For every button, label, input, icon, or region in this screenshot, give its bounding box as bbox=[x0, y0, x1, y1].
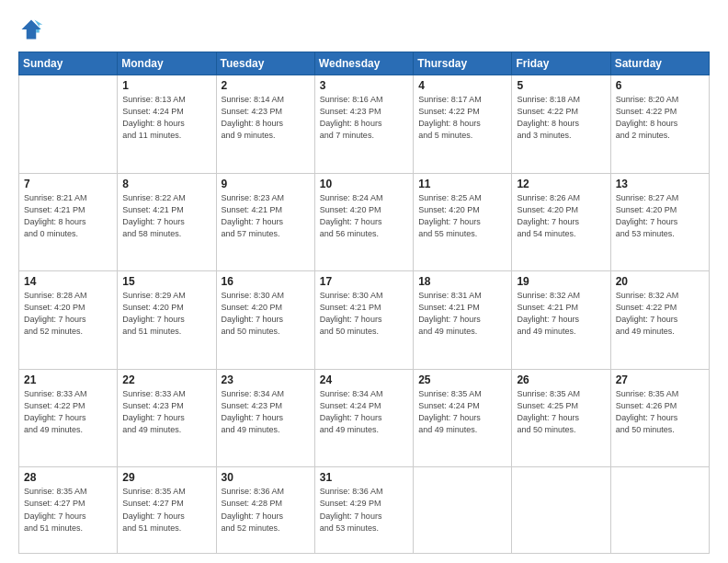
calendar-cell: 10Sunrise: 8:24 AM Sunset: 4:20 PM Dayli… bbox=[314, 173, 413, 271]
calendar-cell bbox=[414, 467, 512, 554]
weekday-header-tuesday: Tuesday bbox=[216, 52, 314, 75]
calendar-cell: 2Sunrise: 8:14 AM Sunset: 4:23 PM Daylig… bbox=[216, 75, 314, 174]
day-number: 20 bbox=[616, 275, 704, 288]
calendar-cell: 28Sunrise: 8:35 AM Sunset: 4:27 PM Dayli… bbox=[19, 467, 118, 554]
day-info: Sunrise: 8:25 AM Sunset: 4:20 PM Dayligh… bbox=[418, 192, 506, 240]
day-info: Sunrise: 8:36 AM Sunset: 4:29 PM Dayligh… bbox=[320, 486, 408, 534]
calendar-cell: 22Sunrise: 8:33 AM Sunset: 4:23 PM Dayli… bbox=[118, 369, 216, 467]
calendar-week-4: 21Sunrise: 8:33 AM Sunset: 4:22 PM Dayli… bbox=[19, 369, 710, 467]
weekday-header-wednesday: Wednesday bbox=[314, 52, 413, 75]
calendar-cell: 5Sunrise: 8:18 AM Sunset: 4:22 PM Daylig… bbox=[512, 75, 610, 174]
calendar-cell: 19Sunrise: 8:32 AM Sunset: 4:21 PM Dayli… bbox=[512, 271, 610, 370]
calendar-cell: 13Sunrise: 8:27 AM Sunset: 4:20 PM Dayli… bbox=[610, 173, 709, 271]
weekday-header-monday: Monday bbox=[118, 52, 216, 75]
day-info: Sunrise: 8:17 AM Sunset: 4:22 PM Dayligh… bbox=[418, 94, 506, 142]
day-number: 12 bbox=[517, 178, 605, 190]
calendar-week-5: 28Sunrise: 8:35 AM Sunset: 4:27 PM Dayli… bbox=[19, 467, 710, 554]
calendar-cell: 7Sunrise: 8:21 AM Sunset: 4:21 PM Daylig… bbox=[19, 173, 118, 271]
weekday-header-friday: Friday bbox=[512, 52, 610, 75]
calendar-cell: 26Sunrise: 8:35 AM Sunset: 4:25 PM Dayli… bbox=[512, 369, 610, 467]
day-number: 17 bbox=[320, 275, 408, 288]
calendar-cell: 29Sunrise: 8:35 AM Sunset: 4:27 PM Dayli… bbox=[118, 467, 216, 554]
calendar-cell bbox=[512, 467, 610, 554]
day-number: 2 bbox=[222, 79, 310, 92]
day-number: 23 bbox=[222, 373, 310, 386]
day-info: Sunrise: 8:33 AM Sunset: 4:23 PM Dayligh… bbox=[122, 388, 210, 436]
day-number: 9 bbox=[222, 178, 310, 190]
calendar-cell: 31Sunrise: 8:36 AM Sunset: 4:29 PM Dayli… bbox=[314, 467, 413, 554]
day-number: 30 bbox=[222, 471, 310, 484]
day-info: Sunrise: 8:35 AM Sunset: 4:24 PM Dayligh… bbox=[418, 388, 506, 436]
day-info: Sunrise: 8:33 AM Sunset: 4:22 PM Dayligh… bbox=[24, 388, 112, 436]
calendar-cell: 9Sunrise: 8:23 AM Sunset: 4:21 PM Daylig… bbox=[216, 173, 314, 271]
calendar-cell: 30Sunrise: 8:36 AM Sunset: 4:28 PM Dayli… bbox=[216, 467, 314, 554]
day-number: 31 bbox=[320, 471, 408, 484]
calendar-cell: 17Sunrise: 8:30 AM Sunset: 4:21 PM Dayli… bbox=[314, 271, 413, 370]
weekday-header-row: SundayMondayTuesdayWednesdayThursdayFrid… bbox=[19, 52, 710, 75]
logo bbox=[18, 17, 48, 42]
calendar-cell: 1Sunrise: 8:13 AM Sunset: 4:24 PM Daylig… bbox=[118, 75, 216, 174]
day-info: Sunrise: 8:35 AM Sunset: 4:26 PM Dayligh… bbox=[616, 388, 704, 436]
day-info: Sunrise: 8:30 AM Sunset: 4:21 PM Dayligh… bbox=[320, 290, 408, 338]
day-info: Sunrise: 8:32 AM Sunset: 4:22 PM Dayligh… bbox=[616, 290, 704, 338]
calendar-cell bbox=[19, 75, 118, 174]
day-number: 1 bbox=[122, 79, 210, 92]
day-info: Sunrise: 8:36 AM Sunset: 4:28 PM Dayligh… bbox=[222, 486, 310, 534]
weekday-header-thursday: Thursday bbox=[414, 52, 512, 75]
calendar-cell bbox=[610, 467, 709, 554]
calendar-cell: 16Sunrise: 8:30 AM Sunset: 4:20 PM Dayli… bbox=[216, 271, 314, 370]
day-info: Sunrise: 8:14 AM Sunset: 4:23 PM Dayligh… bbox=[222, 94, 310, 142]
calendar-cell: 15Sunrise: 8:29 AM Sunset: 4:20 PM Dayli… bbox=[118, 271, 216, 370]
day-info: Sunrise: 8:24 AM Sunset: 4:20 PM Dayligh… bbox=[320, 192, 408, 240]
calendar-table: SundayMondayTuesdayWednesdayThursdayFrid… bbox=[18, 52, 710, 554]
weekday-header-saturday: Saturday bbox=[610, 52, 709, 75]
day-number: 10 bbox=[320, 178, 408, 190]
day-info: Sunrise: 8:35 AM Sunset: 4:27 PM Dayligh… bbox=[122, 486, 210, 534]
calendar-cell: 20Sunrise: 8:32 AM Sunset: 4:22 PM Dayli… bbox=[610, 271, 709, 370]
day-number: 19 bbox=[517, 275, 605, 288]
day-info: Sunrise: 8:13 AM Sunset: 4:24 PM Dayligh… bbox=[122, 94, 210, 142]
day-number: 21 bbox=[24, 373, 112, 386]
calendar-cell: 25Sunrise: 8:35 AM Sunset: 4:24 PM Dayli… bbox=[414, 369, 512, 467]
day-info: Sunrise: 8:34 AM Sunset: 4:23 PM Dayligh… bbox=[222, 388, 310, 436]
day-number: 27 bbox=[616, 373, 704, 386]
day-number: 8 bbox=[122, 178, 210, 190]
day-info: Sunrise: 8:34 AM Sunset: 4:24 PM Dayligh… bbox=[320, 388, 408, 436]
calendar-cell: 27Sunrise: 8:35 AM Sunset: 4:26 PM Dayli… bbox=[610, 369, 709, 467]
day-number: 26 bbox=[517, 373, 605, 386]
day-info: Sunrise: 8:18 AM Sunset: 4:22 PM Dayligh… bbox=[517, 94, 605, 142]
calendar-cell: 18Sunrise: 8:31 AM Sunset: 4:21 PM Dayli… bbox=[414, 271, 512, 370]
header bbox=[18, 17, 710, 42]
day-number: 14 bbox=[24, 275, 112, 288]
day-info: Sunrise: 8:23 AM Sunset: 4:21 PM Dayligh… bbox=[222, 192, 310, 240]
day-info: Sunrise: 8:26 AM Sunset: 4:20 PM Dayligh… bbox=[517, 192, 605, 240]
day-info: Sunrise: 8:35 AM Sunset: 4:27 PM Dayligh… bbox=[24, 486, 112, 534]
day-number: 24 bbox=[320, 373, 408, 386]
day-number: 25 bbox=[418, 373, 506, 386]
day-number: 4 bbox=[418, 79, 506, 92]
day-info: Sunrise: 8:28 AM Sunset: 4:20 PM Dayligh… bbox=[24, 290, 112, 338]
calendar-cell: 8Sunrise: 8:22 AM Sunset: 4:21 PM Daylig… bbox=[118, 173, 216, 271]
calendar-cell: 6Sunrise: 8:20 AM Sunset: 4:22 PM Daylig… bbox=[610, 75, 709, 174]
calendar-week-2: 7Sunrise: 8:21 AM Sunset: 4:21 PM Daylig… bbox=[19, 173, 710, 271]
day-number: 11 bbox=[418, 178, 506, 190]
calendar-cell: 4Sunrise: 8:17 AM Sunset: 4:22 PM Daylig… bbox=[414, 75, 512, 174]
day-number: 22 bbox=[122, 373, 210, 386]
day-info: Sunrise: 8:30 AM Sunset: 4:20 PM Dayligh… bbox=[222, 290, 310, 338]
day-number: 5 bbox=[517, 79, 605, 92]
day-number: 3 bbox=[320, 79, 408, 92]
day-number: 7 bbox=[24, 178, 112, 190]
calendar-week-1: 1Sunrise: 8:13 AM Sunset: 4:24 PM Daylig… bbox=[19, 75, 710, 174]
calendar-week-3: 14Sunrise: 8:28 AM Sunset: 4:20 PM Dayli… bbox=[19, 271, 710, 370]
calendar-cell: 24Sunrise: 8:34 AM Sunset: 4:24 PM Dayli… bbox=[314, 369, 413, 467]
page: SundayMondayTuesdayWednesdayThursdayFrid… bbox=[0, 0, 728, 563]
day-info: Sunrise: 8:27 AM Sunset: 4:20 PM Dayligh… bbox=[616, 192, 704, 240]
calendar-cell: 14Sunrise: 8:28 AM Sunset: 4:20 PM Dayli… bbox=[19, 271, 118, 370]
day-number: 18 bbox=[418, 275, 506, 288]
day-info: Sunrise: 8:29 AM Sunset: 4:20 PM Dayligh… bbox=[122, 290, 210, 338]
calendar-cell: 12Sunrise: 8:26 AM Sunset: 4:20 PM Dayli… bbox=[512, 173, 610, 271]
logo-icon bbox=[18, 17, 44, 42]
calendar-cell: 23Sunrise: 8:34 AM Sunset: 4:23 PM Dayli… bbox=[216, 369, 314, 467]
day-number: 29 bbox=[122, 471, 210, 484]
day-info: Sunrise: 8:31 AM Sunset: 4:21 PM Dayligh… bbox=[418, 290, 506, 338]
